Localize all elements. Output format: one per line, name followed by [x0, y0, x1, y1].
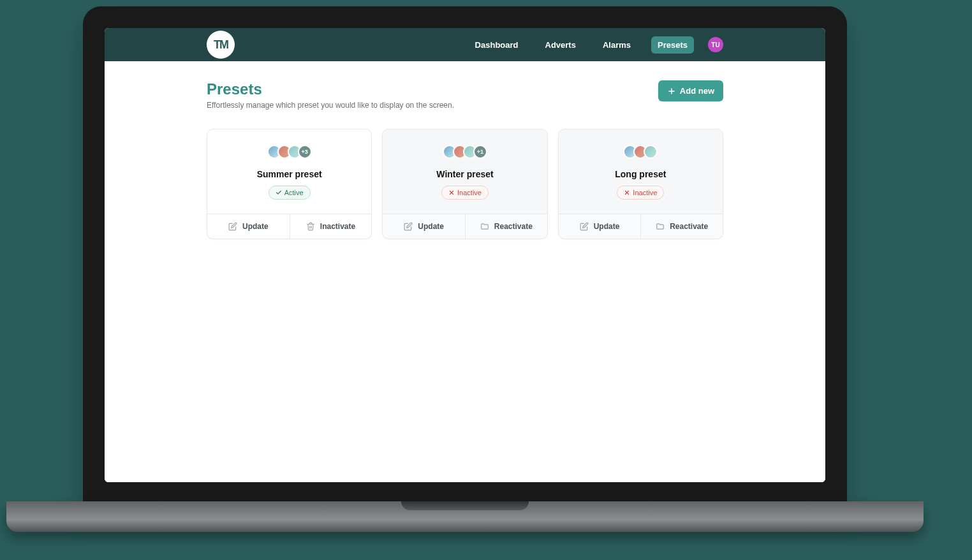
nav-presets[interactable]: Presets	[651, 36, 694, 54]
preset-thumbnail-more: +1	[473, 145, 487, 159]
preset-name: Winter preset	[389, 169, 540, 179]
status-label: Active	[284, 189, 304, 196]
nav-dashboard[interactable]: Dashboard	[469, 36, 525, 54]
page-content: Presets Effortlessly manage which preset…	[105, 61, 825, 482]
preset-card: +1 Winter preset Inactive Update	[382, 129, 547, 239]
update-button[interactable]: Update	[383, 214, 465, 239]
update-button[interactable]: Update	[207, 214, 290, 239]
page-heading-text: Presets Effortlessly manage which preset…	[207, 80, 454, 110]
folder-icon	[656, 222, 665, 231]
preset-card-actions: Update Reactivate	[383, 214, 547, 239]
update-label: Update	[418, 222, 444, 231]
status-badge-inactive: Inactive	[617, 186, 664, 200]
preset-thumbnails: +1	[389, 145, 540, 159]
page-title: Presets	[207, 80, 454, 98]
reactivate-label: Reactivate	[494, 222, 533, 231]
preset-card: +3 Summer preset Active Update	[207, 129, 372, 239]
status-badge-active: Active	[269, 186, 311, 200]
preset-card-body: +3 Summer preset Active	[207, 129, 371, 214]
preset-card: Long preset Inactive Update	[558, 129, 723, 239]
add-new-label: Add new	[680, 86, 714, 96]
check-icon	[276, 189, 282, 196]
reactivate-button[interactable]: Reactivate	[465, 214, 547, 239]
preset-thumbnail-more: +3	[298, 145, 312, 159]
x-icon	[624, 189, 630, 196]
folder-icon	[480, 222, 489, 231]
preset-thumbnails	[565, 145, 716, 159]
reactivate-button[interactable]: Reactivate	[640, 214, 723, 239]
brand-logo[interactable]: TM	[207, 31, 235, 59]
update-button[interactable]: Update	[559, 214, 641, 239]
user-avatar[interactable]: TU	[708, 37, 723, 52]
laptop-notch	[401, 501, 529, 510]
plus-icon	[667, 87, 676, 96]
status-label: Inactive	[633, 189, 657, 196]
app-screen: TM Dashboard Adverts Alarms Presets TU P…	[105, 28, 825, 482]
page-heading-row: Presets Effortlessly manage which preset…	[207, 80, 723, 110]
nav-alarms[interactable]: Alarms	[596, 36, 637, 54]
brand-logo-text: TM	[214, 38, 228, 52]
edit-icon	[404, 222, 413, 231]
preset-thumbnail-icon	[644, 145, 658, 159]
update-label: Update	[242, 222, 269, 231]
x-icon	[448, 189, 455, 196]
laptop-base	[6, 501, 924, 532]
preset-card-actions: Update Inactivate	[207, 214, 371, 239]
preset-thumbnails: +3	[214, 145, 365, 159]
app-header: TM Dashboard Adverts Alarms Presets TU	[105, 28, 825, 61]
update-label: Update	[594, 222, 620, 231]
preset-name: Summer preset	[214, 169, 365, 179]
nav: Dashboard Adverts Alarms Presets TU	[469, 36, 723, 54]
page-subtitle: Effortlessly manage which preset you wou…	[207, 101, 454, 110]
status-badge-inactive: Inactive	[441, 186, 489, 200]
inactivate-button[interactable]: Inactivate	[290, 214, 372, 239]
trash-icon	[306, 222, 315, 231]
inactivate-label: Inactivate	[320, 222, 355, 231]
preset-name: Long preset	[565, 169, 716, 179]
add-new-button[interactable]: Add new	[658, 80, 723, 101]
laptop-frame: TM Dashboard Adverts Alarms Presets TU P…	[83, 6, 847, 504]
preset-card-body: +1 Winter preset Inactive	[383, 129, 547, 214]
preset-cards: +3 Summer preset Active Update	[207, 129, 723, 239]
preset-card-actions: Update Reactivate	[559, 214, 723, 239]
status-label: Inactive	[457, 189, 482, 196]
edit-icon	[580, 222, 589, 231]
reactivate-label: Reactivate	[670, 222, 708, 231]
nav-adverts[interactable]: Adverts	[539, 36, 582, 54]
edit-icon	[228, 222, 237, 231]
preset-card-body: Long preset Inactive	[559, 129, 723, 214]
